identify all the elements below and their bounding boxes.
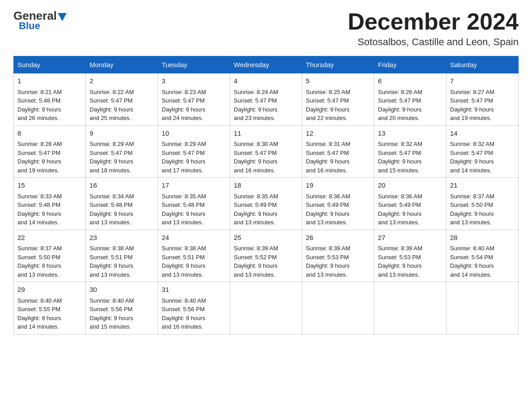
calendar-day-cell: 15Sunrise: 8:33 AMSunset: 5:48 PMDayligh… [14, 178, 86, 230]
day-info: Sunrise: 8:40 AMSunset: 5:56 PMDaylight:… [90, 297, 134, 330]
calendar-day-cell: 17Sunrise: 8:35 AMSunset: 5:48 PMDayligh… [158, 178, 230, 230]
day-info: Sunrise: 8:36 AMSunset: 5:49 PMDaylight:… [378, 193, 422, 226]
calendar-day-cell: 12Sunrise: 8:31 AMSunset: 5:47 PMDayligh… [302, 125, 374, 178]
weekday-header-monday: Monday [86, 56, 158, 73]
day-info: Sunrise: 8:38 AMSunset: 5:51 PMDaylight:… [90, 245, 134, 278]
day-number: 17 [162, 180, 226, 191]
day-info: Sunrise: 8:32 AMSunset: 5:47 PMDaylight:… [450, 141, 494, 174]
day-info: Sunrise: 8:28 AMSunset: 5:47 PMDaylight:… [17, 141, 62, 174]
calendar-day-cell: 18Sunrise: 8:35 AMSunset: 5:49 PMDayligh… [230, 178, 302, 230]
title-block: December 2024 Sotosalbos, Castille and L… [348, 9, 519, 48]
logo: General Blue [13, 9, 67, 32]
day-info: Sunrise: 8:31 AMSunset: 5:47 PMDaylight:… [306, 141, 350, 174]
calendar-day-cell: 16Sunrise: 8:34 AMSunset: 5:48 PMDayligh… [86, 178, 158, 230]
calendar-day-cell: 19Sunrise: 8:36 AMSunset: 5:49 PMDayligh… [302, 178, 374, 230]
day-info: Sunrise: 8:32 AMSunset: 5:47 PMDaylight:… [378, 141, 422, 174]
calendar-table: SundayMondayTuesdayWednesdayThursdayFrid… [13, 56, 519, 334]
day-number: 23 [90, 233, 154, 243]
day-info: Sunrise: 8:37 AMSunset: 5:50 PMDaylight:… [450, 193, 494, 226]
calendar-day-cell: 3Sunrise: 8:23 AMSunset: 5:47 PMDaylight… [158, 73, 230, 126]
day-number: 27 [378, 233, 442, 243]
calendar-week-row: 22Sunrise: 8:37 AMSunset: 5:50 PMDayligh… [14, 230, 519, 282]
day-info: Sunrise: 8:21 AMSunset: 5:48 PMDaylight:… [17, 89, 62, 122]
day-number: 16 [90, 180, 154, 191]
calendar-day-cell: 9Sunrise: 8:29 AMSunset: 5:47 PMDaylight… [86, 125, 158, 178]
weekday-header-friday: Friday [374, 56, 446, 73]
day-info: Sunrise: 8:40 AMSunset: 5:54 PMDaylight:… [450, 245, 494, 278]
day-number: 5 [306, 76, 370, 86]
day-number: 6 [378, 76, 442, 86]
day-info: Sunrise: 8:25 AMSunset: 5:47 PMDaylight:… [306, 89, 350, 122]
calendar-day-cell: 30Sunrise: 8:40 AMSunset: 5:56 PMDayligh… [86, 282, 158, 334]
day-info: Sunrise: 8:35 AMSunset: 5:49 PMDaylight:… [234, 193, 278, 226]
weekday-header-wednesday: Wednesday [230, 56, 302, 73]
day-info: Sunrise: 8:38 AMSunset: 5:51 PMDaylight:… [162, 245, 206, 278]
calendar-day-cell: 24Sunrise: 8:38 AMSunset: 5:51 PMDayligh… [158, 230, 230, 282]
calendar-day-cell: 26Sunrise: 8:39 AMSunset: 5:53 PMDayligh… [302, 230, 374, 282]
day-info: Sunrise: 8:37 AMSunset: 5:50 PMDaylight:… [17, 245, 62, 278]
day-number: 25 [234, 233, 298, 243]
day-info: Sunrise: 8:23 AMSunset: 5:47 PMDaylight:… [162, 89, 206, 122]
day-info: Sunrise: 8:39 AMSunset: 5:53 PMDaylight:… [306, 245, 350, 278]
weekday-header-thursday: Thursday [302, 56, 374, 73]
day-number: 12 [306, 128, 370, 139]
calendar-day-cell: 23Sunrise: 8:38 AMSunset: 5:51 PMDayligh… [86, 230, 158, 282]
calendar-day-cell: 11Sunrise: 8:30 AMSunset: 5:47 PMDayligh… [230, 125, 302, 178]
calendar-empty-cell [230, 282, 302, 334]
day-number: 28 [450, 233, 515, 243]
day-info: Sunrise: 8:39 AMSunset: 5:52 PMDaylight:… [234, 245, 278, 278]
calendar-day-cell: 20Sunrise: 8:36 AMSunset: 5:49 PMDayligh… [374, 178, 446, 230]
day-number: 4 [234, 76, 298, 86]
day-number: 30 [90, 285, 154, 295]
day-info: Sunrise: 8:22 AMSunset: 5:47 PMDaylight:… [90, 89, 134, 122]
logo-blue-text: Blue [19, 20, 40, 32]
day-info: Sunrise: 8:33 AMSunset: 5:48 PMDaylight:… [17, 193, 62, 226]
calendar-header-row: SundayMondayTuesdayWednesdayThursdayFrid… [14, 56, 519, 73]
calendar-empty-cell [446, 282, 519, 334]
calendar-day-cell: 5Sunrise: 8:25 AMSunset: 5:47 PMDaylight… [302, 73, 374, 126]
calendar-empty-cell [302, 282, 374, 334]
calendar-empty-cell [374, 282, 446, 334]
day-info: Sunrise: 8:24 AMSunset: 5:47 PMDaylight:… [234, 89, 278, 122]
location-title: Sotosalbos, Castille and Leon, Spain [348, 36, 519, 48]
day-number: 26 [306, 233, 370, 243]
day-number: 20 [378, 180, 442, 191]
day-number: 18 [234, 180, 298, 191]
calendar-day-cell: 6Sunrise: 8:26 AMSunset: 5:47 PMDaylight… [374, 73, 446, 126]
calendar-day-cell: 31Sunrise: 8:40 AMSunset: 5:56 PMDayligh… [158, 282, 230, 334]
calendar-day-cell: 28Sunrise: 8:40 AMSunset: 5:54 PMDayligh… [446, 230, 519, 282]
calendar-day-cell: 29Sunrise: 8:40 AMSunset: 5:55 PMDayligh… [14, 282, 86, 334]
day-number: 24 [162, 233, 226, 243]
day-info: Sunrise: 8:27 AMSunset: 5:47 PMDaylight:… [450, 89, 494, 122]
calendar-day-cell: 4Sunrise: 8:24 AMSunset: 5:47 PMDaylight… [230, 73, 302, 126]
day-number: 19 [306, 180, 370, 191]
calendar-day-cell: 25Sunrise: 8:39 AMSunset: 5:52 PMDayligh… [230, 230, 302, 282]
day-number: 2 [90, 76, 154, 86]
day-number: 31 [162, 285, 226, 295]
day-number: 22 [17, 233, 82, 243]
calendar-week-row: 15Sunrise: 8:33 AMSunset: 5:48 PMDayligh… [14, 178, 519, 230]
calendar-day-cell: 7Sunrise: 8:27 AMSunset: 5:47 PMDaylight… [446, 73, 519, 126]
calendar-week-row: 29Sunrise: 8:40 AMSunset: 5:55 PMDayligh… [14, 282, 519, 334]
day-info: Sunrise: 8:36 AMSunset: 5:49 PMDaylight:… [306, 193, 350, 226]
day-number: 11 [234, 128, 298, 139]
day-info: Sunrise: 8:35 AMSunset: 5:48 PMDaylight:… [162, 193, 206, 226]
day-number: 15 [17, 180, 82, 191]
day-info: Sunrise: 8:40 AMSunset: 5:56 PMDaylight:… [162, 297, 206, 330]
day-number: 9 [90, 128, 154, 139]
day-info: Sunrise: 8:30 AMSunset: 5:47 PMDaylight:… [234, 141, 278, 174]
day-number: 29 [17, 285, 82, 295]
day-number: 3 [162, 76, 226, 86]
day-number: 21 [450, 180, 515, 191]
day-number: 14 [450, 128, 515, 139]
calendar-day-cell: 10Sunrise: 8:29 AMSunset: 5:47 PMDayligh… [158, 125, 230, 178]
day-info: Sunrise: 8:26 AMSunset: 5:47 PMDaylight:… [378, 89, 422, 122]
calendar-day-cell: 14Sunrise: 8:32 AMSunset: 5:47 PMDayligh… [446, 125, 519, 178]
day-number: 1 [17, 76, 82, 86]
day-info: Sunrise: 8:29 AMSunset: 5:47 PMDaylight:… [90, 141, 134, 174]
weekday-header-sunday: Sunday [14, 56, 86, 73]
logo-triangle-icon [58, 13, 67, 21]
calendar-day-cell: 2Sunrise: 8:22 AMSunset: 5:47 PMDaylight… [86, 73, 158, 126]
calendar-day-cell: 22Sunrise: 8:37 AMSunset: 5:50 PMDayligh… [14, 230, 86, 282]
weekday-header-tuesday: Tuesday [158, 56, 230, 73]
